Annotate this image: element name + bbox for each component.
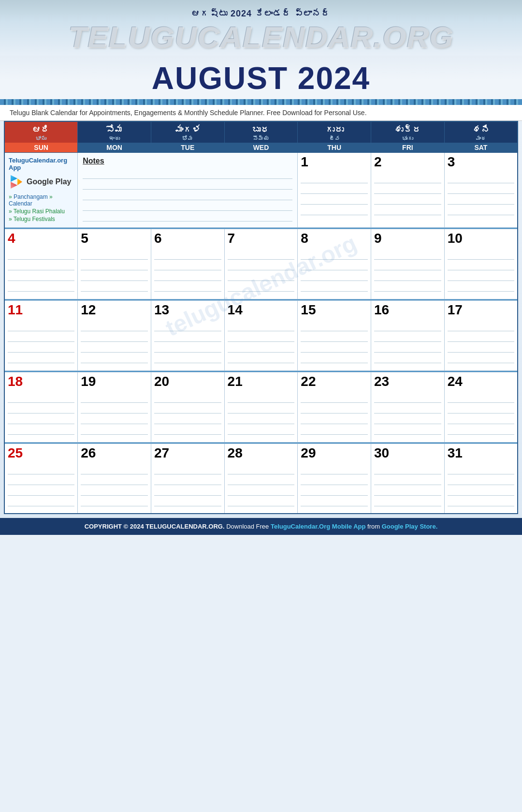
calendar-table: ఆది భాను SUN సోమ ఇందు MON మంగళ భోమ TUE xyxy=(4,121,518,514)
line xyxy=(301,261,368,270)
month-title: AUGUST 2024 xyxy=(0,56,522,99)
day-30-lines xyxy=(374,465,441,506)
header-fri: శుక్ర భృగు FRI xyxy=(371,121,445,152)
telugu-day-mon: సోమ xyxy=(80,125,149,135)
day-19: 19 xyxy=(78,372,151,442)
day-25: 25 xyxy=(4,443,78,514)
day-8: 8 xyxy=(298,229,371,299)
line xyxy=(228,332,295,342)
line xyxy=(374,195,441,205)
day-18: 18 xyxy=(4,372,78,442)
line xyxy=(448,354,514,363)
header-mon: సోమ ఇందు MON xyxy=(78,121,151,152)
line xyxy=(81,497,148,506)
line xyxy=(8,425,74,435)
app-name[interactable]: TeluguCalendar.org App xyxy=(9,157,73,171)
telugu-day-tue: మంగళ xyxy=(153,125,222,135)
line xyxy=(374,414,441,424)
day-13-lines xyxy=(154,322,221,363)
day-21-lines xyxy=(228,393,295,435)
line xyxy=(301,354,368,363)
line xyxy=(448,184,514,194)
day-10: 10 xyxy=(444,229,518,299)
subtitle-bar: Telugu Blank Calendar for Appointments, … xyxy=(0,105,522,121)
header-thu: గురు జీవ THU xyxy=(298,121,371,152)
day-11: 11 xyxy=(4,300,78,370)
line xyxy=(154,354,221,363)
footer-play-store[interactable]: Google Play Store. xyxy=(382,523,438,530)
line xyxy=(448,282,514,292)
date-num-20: 20 xyxy=(154,374,221,389)
line xyxy=(448,195,514,205)
day-22: 22 xyxy=(298,372,371,442)
line xyxy=(448,271,514,281)
date-num-28: 28 xyxy=(228,446,295,461)
day-17-lines xyxy=(448,322,514,363)
line xyxy=(374,332,441,342)
line xyxy=(374,497,441,506)
line xyxy=(81,282,148,292)
line xyxy=(81,486,148,496)
day-27-lines xyxy=(154,465,221,506)
date-num-9: 9 xyxy=(374,231,441,246)
app-link-rasi[interactable]: » Telugu Rasi Phalalu xyxy=(9,208,73,215)
line xyxy=(8,343,74,353)
line xyxy=(448,206,514,215)
play-store-icon xyxy=(9,174,24,190)
footer-site-link[interactable]: TeluguCalendar.Org xyxy=(271,523,330,530)
date-num-2: 2 xyxy=(374,155,441,170)
line xyxy=(301,404,368,413)
day-31: 31 xyxy=(444,443,518,514)
day-5-lines xyxy=(81,250,148,292)
line xyxy=(81,250,148,260)
telugu-sub-sat: మంద xyxy=(447,135,515,141)
telugu-sub-fri: భృగు xyxy=(373,135,442,141)
day-9-lines xyxy=(374,250,441,292)
eng-day-wed: WED xyxy=(225,143,298,152)
line xyxy=(228,271,295,281)
eng-day-fri: FRI xyxy=(371,143,444,152)
day-5: 5 xyxy=(78,229,151,299)
line xyxy=(448,497,514,506)
week-row-5: 25 26 xyxy=(4,443,518,514)
line xyxy=(374,465,441,474)
line xyxy=(154,465,221,474)
line xyxy=(301,322,368,331)
date-num-6: 6 xyxy=(154,231,221,246)
app-link-festivals[interactable]: » Telugu Festivals xyxy=(9,216,73,222)
line xyxy=(448,414,514,424)
footer-mobile-app[interactable]: Mobile App xyxy=(332,523,366,530)
week-row-3: 11 12 xyxy=(4,300,518,370)
header-section: ఆగష్టు 2024 కేలండర్ ప్లానర్ TELUGUCALEND… xyxy=(0,0,522,56)
telugu-sub-mon: ఇందు xyxy=(80,135,149,141)
line xyxy=(301,414,368,424)
line xyxy=(8,322,74,331)
line xyxy=(154,271,221,281)
day-23-lines xyxy=(374,393,441,435)
line xyxy=(301,332,368,342)
line xyxy=(8,465,74,474)
date-num-23: 23 xyxy=(374,374,441,389)
google-play-badge[interactable]: Google Play xyxy=(9,174,73,190)
line xyxy=(154,250,221,260)
line xyxy=(81,343,148,353)
day-16-lines xyxy=(374,322,441,363)
eng-day-thu: THU xyxy=(298,143,371,152)
day-14-lines xyxy=(228,322,295,363)
google-play-text[interactable]: Google Play xyxy=(27,177,71,186)
day-29-lines xyxy=(301,465,368,506)
date-num-25: 25 xyxy=(8,446,74,461)
day-20-lines xyxy=(154,393,221,435)
line xyxy=(228,414,295,424)
line xyxy=(301,271,368,281)
line xyxy=(8,497,74,506)
app-link-panchangam[interactable]: » Panchangam » Calendar xyxy=(9,193,73,207)
day-13: 13 xyxy=(151,300,224,370)
date-num-5: 5 xyxy=(81,231,148,246)
line xyxy=(154,343,221,353)
line xyxy=(301,393,368,403)
line xyxy=(301,465,368,474)
line xyxy=(374,404,441,413)
line xyxy=(8,414,74,424)
day-18-lines xyxy=(8,393,74,435)
